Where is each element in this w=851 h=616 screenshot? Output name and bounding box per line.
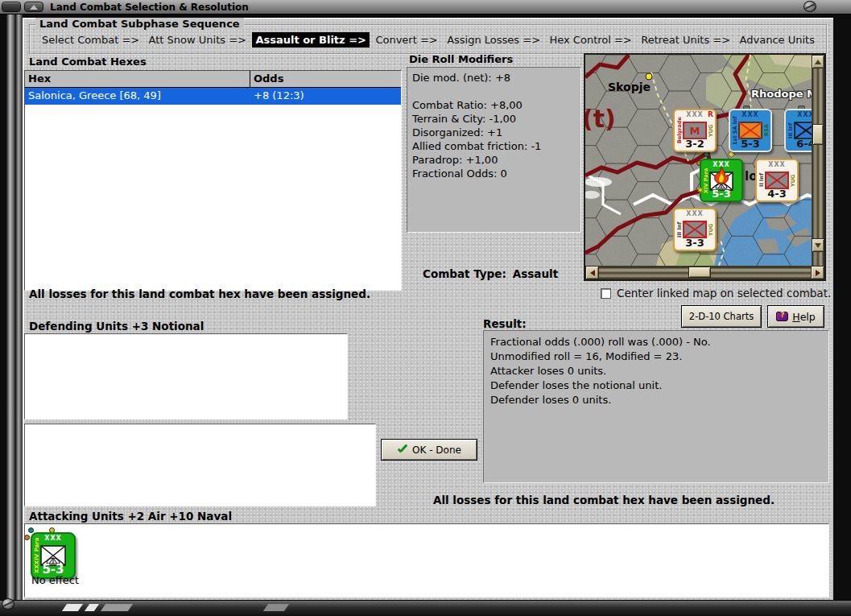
map-horizontal-scrollbar[interactable] (585, 266, 824, 279)
infantry-symbol-icon (683, 221, 707, 238)
result-line: Attacker loses 0 units. (490, 364, 822, 378)
unit-strength: 5-3 (701, 188, 742, 200)
system-menu-icon[interactable] (2, 2, 21, 12)
frame-bottom-bar (0, 600, 851, 616)
linked-map-widget[interactable]: Skopje Rhodope M (t) lo DO XXX R Belgrad… (584, 53, 826, 281)
result-line: Defender loses 0 units. (490, 393, 822, 407)
hexes-table[interactable]: Hex Odds Salonica, Greece [68, 49] +8 (1… (24, 70, 402, 291)
result-line: Unmodified roll = 16, Modified = 23. (490, 349, 822, 364)
flame-icon (713, 167, 729, 184)
modifier-line: Paradrop: +1,00 (412, 153, 576, 167)
step-assign-losses[interactable]: Assign Losses => (444, 32, 543, 48)
status-dot-teal (704, 151, 709, 157)
unit-counter-6-4[interactable]: XXX III Inf 6-4 (784, 109, 812, 152)
map-vertical-scrollbar[interactable] (812, 55, 824, 266)
result-title: Result: (483, 317, 527, 330)
attacker-unit-counter[interactable]: XXX XXXIV Para 5-3 (31, 532, 76, 579)
defending-units-label: Defending Units +3 Notional (29, 320, 204, 333)
up-triangle-icon (30, 5, 38, 10)
hazard-mark (101, 604, 133, 611)
step-assault-or-blitz[interactable]: Assault or Blitz => (252, 32, 370, 48)
infantry-symbol-icon (738, 122, 762, 139)
modifiers-panel: Die mod. (net): +8 Combat Ratio: +8,00 T… (407, 67, 581, 233)
odds-cell[interactable]: +8 (12:3) (250, 88, 401, 105)
unit-strength: 6-4 (786, 138, 812, 150)
result-line: Defender loses the notional unit. (490, 378, 822, 393)
modifier-line: Die mod. (net): +8 (412, 71, 576, 85)
center-map-checkbox[interactable] (601, 288, 611, 299)
step-advance-units[interactable]: Advance Units (737, 32, 818, 48)
horizontal-scroll-thumb[interactable] (688, 267, 711, 278)
vertical-scroll-thumb[interactable] (812, 124, 824, 145)
hazard-mark (263, 604, 289, 611)
hexes-title: Land Combat Hexes (29, 56, 147, 68)
step-att-snow-units[interactable]: Att Snow Units => (146, 32, 250, 48)
combat-type-label: Combat Type: (423, 267, 506, 280)
unit-counter-para-5-3[interactable]: XXX XIV Para ✶ 5-3 (700, 159, 743, 202)
hex-cell[interactable]: Salonica, Greece [68, 49] (25, 88, 250, 105)
status-dot-orange (24, 535, 30, 540)
unit-result-note: No effect (31, 574, 79, 586)
help-button[interactable]: Help (767, 305, 824, 328)
frame-left-pipe (6, 14, 23, 616)
losses-note-right: All losses for this land combat hex have… (378, 494, 829, 506)
losses-note-left: All losses for this land combat hex have… (29, 287, 370, 300)
map-label-rhodope: Rhodope M (751, 88, 812, 100)
unit-counter-yug-4-3[interactable]: XXX II Inf YUG 4-3 (755, 159, 799, 202)
unit-strength: 5-3 (730, 138, 770, 150)
modifier-line: Disorganized: +1 (412, 126, 576, 139)
losses-assignment-listbox[interactable] (24, 424, 376, 506)
scroll-right-button[interactable] (811, 266, 824, 279)
unit-strength: 4-3 (757, 188, 797, 200)
column-odds[interactable]: Odds (250, 71, 401, 87)
left-arrow-icon (590, 270, 595, 276)
step-retreat-units[interactable]: Retreat Units => (638, 32, 733, 48)
center-map-checkbox-label: Center linked map on selected combat. (617, 287, 831, 300)
table-header[interactable]: Hex Odds (25, 71, 401, 88)
attacking-units-label: Attacking Units +2 Air +10 Naval (29, 510, 232, 523)
unit-counter-yug-3-2[interactable]: XXX R Belgrade YUG M 3-2 (673, 109, 717, 152)
title-bar[interactable]: Land Combat Selection & Resolution (0, 0, 851, 14)
unit-counter-yug-3-3[interactable]: XXX III Inf YUG 3-3 (673, 208, 717, 251)
combat-type: Combat Type:Assault (423, 267, 558, 280)
defending-units-listbox[interactable] (24, 333, 348, 420)
modifier-line: Terrain & City: -1,00 (412, 112, 576, 126)
column-hex[interactable]: Hex (25, 71, 250, 87)
unit-counter-rsa-5-3[interactable]: XXX 1st SA Inf RSA 5-3 (729, 109, 772, 152)
step-convert[interactable]: Convert => (372, 32, 440, 48)
map-label-skopje: Skopje (608, 81, 651, 93)
scroll-up-button[interactable] (812, 55, 824, 68)
charts-button-label: 2-D-10 Charts (689, 311, 754, 322)
help-button-label: Help (792, 311, 816, 323)
modifiers-title: Die Roll Modifiers (409, 53, 513, 65)
table-row-selected[interactable]: Salonica, Greece [68, 49] +8 (12:3) (25, 88, 401, 105)
center-map-checkbox-row[interactable]: Center linked map on selected combat. (601, 287, 831, 300)
hazard-mark (85, 604, 99, 611)
group-title: Land Combat Subphase Sequence (35, 18, 244, 30)
result-line: Fractional odds (.000) roll was (.000) -… (490, 335, 822, 349)
screw-decoration (803, 1, 816, 12)
window-title: Land Combat Selection & Resolution (50, 2, 249, 13)
modifier-line: Fractional Odds: 0 (412, 167, 576, 180)
rollup-button[interactable] (24, 2, 43, 12)
scroll-down-button[interactable] (812, 238, 824, 252)
result-panel: Fractional odds (.000) roll was (.000) -… (483, 330, 829, 483)
unit-strength: 3-3 (675, 237, 715, 249)
help-book-icon (776, 312, 788, 321)
ok-done-button[interactable]: OK - Done (381, 439, 477, 461)
modifier-line (412, 85, 576, 98)
up-arrow-icon (815, 60, 821, 64)
screw-decoration (2, 598, 14, 610)
unit-strength: 3-2 (675, 138, 715, 150)
charts-button[interactable]: 2-D-10 Charts (681, 305, 762, 328)
status-dot-teal (28, 527, 34, 533)
map-view[interactable]: Skopje Rhodope M (t) lo DO XXX R Belgrad… (585, 55, 812, 266)
right-arrow-icon (816, 270, 820, 276)
infantry-symbol-icon (765, 172, 789, 189)
hazard-mark (62, 604, 83, 611)
scroll-left-button[interactable] (585, 266, 599, 279)
attacking-units-listbox[interactable]: XXX XXXIV Para 5-3 No effect (24, 523, 829, 597)
step-select-combat[interactable]: Select Combat => (39, 32, 143, 48)
down-arrow-icon (815, 243, 821, 248)
step-hex-control[interactable]: Hex Control => (546, 32, 634, 48)
